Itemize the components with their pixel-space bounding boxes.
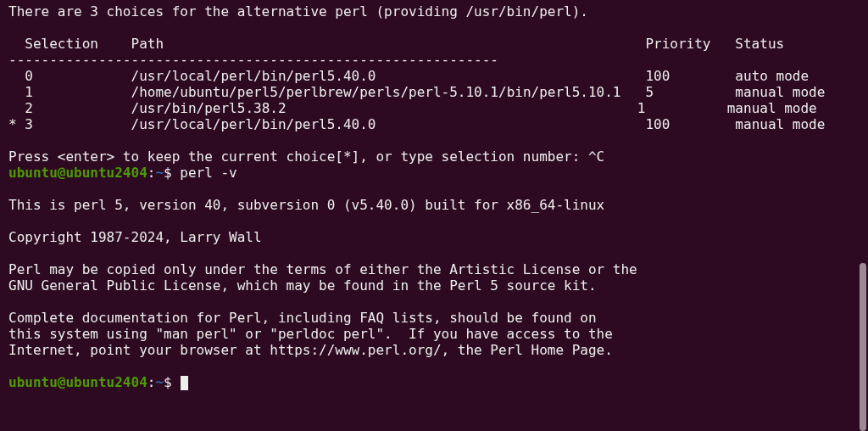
prompt-user: ubuntu@ubuntu2404 <box>8 374 147 390</box>
blank-line <box>8 20 868 36</box>
alternatives-header: Selection Path Priority Status <box>8 36 868 52</box>
shell-prompt-1[interactable]: ubuntu@ubuntu2404:~$ perl -v <box>8 165 868 181</box>
perl-license-line-1: Perl may be copied only under the terms … <box>8 261 868 277</box>
scrollbar-thumb[interactable] <box>860 263 866 431</box>
shell-prompt-2[interactable]: ubuntu@ubuntu2404:~$ <box>8 374 868 390</box>
blank-line <box>8 358 868 374</box>
perl-docs-line-2: this system using "man perl" or "perldoc… <box>8 326 868 342</box>
perl-license-line-2: GNU General Public License, which may be… <box>8 277 868 294</box>
perl-docs-line-1: Complete documentation for Perl, includi… <box>8 310 868 326</box>
alternatives-separator: ----------------------------------------… <box>8 52 868 68</box>
perl-copyright-line: Copyright 1987-2024, Larry Wall <box>8 229 868 245</box>
prompt-user: ubuntu@ubuntu2404 <box>8 165 147 181</box>
alternatives-row-0: 0 /usr/local/perl/bin/perl5.40.0 100 aut… <box>8 68 868 84</box>
blank-line <box>8 213 868 229</box>
alternatives-intro: There are 3 choices for the alternative … <box>8 3 868 20</box>
perl-docs-line-3: Internet, point your browser at https://… <box>8 342 868 358</box>
alternatives-row-3: * 3 /usr/local/perl/bin/perl5.40.0 100 m… <box>8 116 868 132</box>
blank-line <box>8 132 868 148</box>
prompt-dollar: $ <box>164 165 180 181</box>
command-text: perl -v <box>180 165 236 181</box>
perl-version-line: This is perl 5, version 40, subversion 0… <box>8 197 868 213</box>
blank-line <box>8 181 868 197</box>
prompt-colon: : <box>147 374 156 390</box>
prompt-colon: : <box>147 165 156 181</box>
alternatives-row-1: 1 /home/ubuntu/perl5/perlbrew/perls/perl… <box>8 84 868 100</box>
prompt-path: ~ <box>155 165 164 181</box>
prompt-path: ~ <box>155 374 164 390</box>
terminal-window[interactable]: There are 3 choices for the alternative … <box>0 0 868 431</box>
cursor-icon <box>181 376 188 390</box>
alternatives-row-2: 2 /usr/bin/perl5.38.2 1 manual mode <box>8 100 868 116</box>
blank-line <box>8 294 868 310</box>
blank-line <box>8 245 868 261</box>
prompt-dollar: $ <box>164 374 180 390</box>
alternatives-prompt: Press <enter> to keep the current choice… <box>8 148 868 165</box>
